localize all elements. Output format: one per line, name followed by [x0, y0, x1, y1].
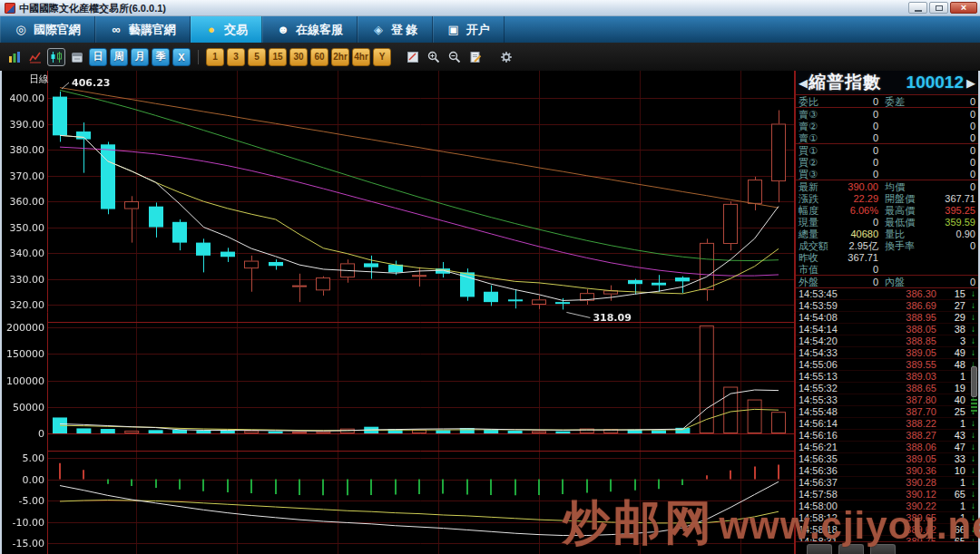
tick-price: 389.55: [851, 359, 936, 370]
down-arrow-icon: ↓: [965, 524, 975, 535]
nav-tab-label: 开户: [466, 22, 490, 38]
tick-volume: 19: [936, 383, 965, 394]
tick-volume: 25: [936, 406, 965, 417]
period-year-button[interactable]: Y: [373, 48, 391, 66]
line-chart-button[interactable]: [26, 48, 44, 66]
period-1min-button[interactable]: 1: [206, 48, 224, 66]
gear-icon: [500, 51, 513, 63]
tick-price: 387.70: [851, 406, 936, 417]
quote-value: 0: [930, 157, 975, 168]
quote-row: 買③00: [796, 168, 978, 180]
tick-volume: 10: [936, 465, 965, 476]
quote-label: 現量: [799, 217, 842, 228]
nav-tab-art-site[interactable]: ∞ 藝購官網: [95, 16, 191, 43]
quote-value: 0: [842, 277, 885, 287]
tick-volume: 15: [936, 288, 965, 299]
quote-label: 買③: [799, 169, 842, 180]
draw-tool-button[interactable]: [404, 48, 422, 66]
period-2hr-button[interactable]: 2hr: [331, 48, 349, 66]
tick-row: 14:54:14388.0538↓: [796, 324, 978, 335]
period-30min-button[interactable]: 30: [289, 48, 308, 66]
period-month-button[interactable]: 月: [131, 48, 149, 66]
bottom-tab-stub[interactable]: [838, 544, 864, 554]
tick-list: 14:53:45386.3015↓14:53:59386.6927↓14:54:…: [796, 288, 978, 554]
nav-tab-label: 在線客服: [296, 22, 343, 38]
tick-row: 14:55:06389.5548↓: [796, 359, 978, 371]
quote-value: 0: [842, 132, 885, 143]
tick-volume: 40: [936, 394, 965, 405]
tick-price: 388.06: [851, 442, 936, 452]
tick-price: 388.22: [851, 418, 936, 429]
tick-time: 14:54:20: [799, 335, 851, 346]
settings-button[interactable]: [497, 48, 515, 66]
tick-row: 14:56:37390.281↓: [796, 477, 978, 489]
tick-price: 388.65: [851, 383, 936, 394]
nav-tab-intl-site[interactable]: ◎ 國際官網: [0, 16, 95, 43]
period-15min-button[interactable]: 15: [269, 48, 287, 66]
period-4hr-button[interactable]: 4hr: [352, 48, 370, 66]
period-day-button[interactable]: 日: [89, 48, 107, 66]
tick-time: 14:56:35: [799, 453, 851, 464]
close-button[interactable]: ×: [950, 2, 977, 14]
candlestick-button[interactable]: [47, 48, 65, 66]
quote-row: 總量40680量比0.90: [796, 228, 978, 239]
period-60min-button[interactable]: 60: [310, 48, 328, 66]
app-logo-icon: [5, 3, 15, 14]
tick-scrollbar-thumb[interactable]: [971, 366, 977, 397]
tick-row: 14:54:33389.0549↓: [796, 347, 978, 359]
period-5min-button[interactable]: 5: [248, 48, 266, 66]
tick-row: 14:58:00390.221↓: [796, 501, 978, 512]
tick-time: 14:55:32: [799, 383, 851, 394]
tick-time: 14:54:33: [799, 347, 851, 358]
period-x-button[interactable]: X: [172, 48, 191, 66]
period-3min-button[interactable]: 3: [227, 48, 245, 66]
kline-chart-canvas[interactable]: [2, 71, 795, 554]
zoom-out-button[interactable]: [446, 48, 464, 66]
quote-row: 最新390.00均價0: [796, 180, 978, 192]
period-week-button[interactable]: 周: [110, 48, 128, 66]
tick-volume: 3: [936, 335, 965, 346]
tick-price: 388.95: [851, 312, 936, 323]
quote-row: 成交額2.95亿換手率0: [796, 239, 978, 251]
quote-label: 委差: [885, 96, 930, 107]
down-arrow-icon: ↓: [965, 442, 975, 452]
bottom-tab-stub[interactable]: [870, 544, 896, 554]
tick-volume: 48: [936, 359, 965, 370]
zoom-in-button[interactable]: [425, 48, 443, 66]
note-button[interactable]: [466, 48, 485, 66]
quote-header: ◀ 縮普指數 100012 ▶: [796, 71, 978, 94]
minimize-icon: [915, 10, 922, 12]
nav-tab-trade[interactable]: ● 交易: [191, 16, 262, 43]
nav-tab-login[interactable]: ◈ 登 錄: [358, 16, 433, 43]
calendar-button[interactable]: [68, 48, 86, 66]
bottom-tab-stub[interactable]: [807, 544, 832, 554]
period-quarter-button[interactable]: 季: [152, 48, 170, 66]
symbol-next-arrow[interactable]: ▶: [965, 76, 976, 90]
quote-label: 最低價: [885, 217, 930, 228]
bar-chart-button[interactable]: [5, 48, 24, 66]
tick-time: 14:56:16: [799, 430, 851, 441]
tick-row: 14:55:32388.6519↓: [796, 383, 978, 394]
tick-row: 14:53:59386.6927↓: [796, 300, 978, 312]
quote-row: 賣③00: [796, 108, 978, 120]
tick-volume: 1: [936, 477, 965, 488]
symbol-prev-arrow[interactable]: ◀: [798, 76, 808, 90]
quote-value: 0: [842, 145, 885, 156]
tick-row: 14:56:16388.2743↓: [796, 430, 978, 442]
tick-price: 389.05: [851, 453, 936, 464]
quote-label: 外盤: [799, 277, 842, 287]
nav-tab-open-account[interactable]: ▣ 开户: [433, 16, 505, 43]
main-area: ◀ 縮普指數 100012 ▶ 委比0委差0賣③00賣②00賣①00買①00買②…: [0, 71, 980, 554]
symbol-name: 縮普指數: [808, 71, 881, 94]
quote-row: 幅度6.06%最高價395.25: [796, 204, 978, 216]
maximize-button[interactable]: [929, 2, 948, 14]
quote-value: 0.90: [930, 228, 975, 239]
minimize-button[interactable]: [908, 2, 927, 14]
tick-volume: 33: [936, 453, 965, 464]
tick-row: 14:56:35389.0533↓: [796, 453, 978, 465]
nav-tab-online-service[interactable]: ☻ 在線客服: [262, 16, 358, 43]
maximize-icon: [936, 5, 943, 11]
tick-volume: 47: [936, 442, 965, 452]
tick-price: 388.05: [851, 324, 936, 335]
draw-icon: [407, 51, 419, 63]
